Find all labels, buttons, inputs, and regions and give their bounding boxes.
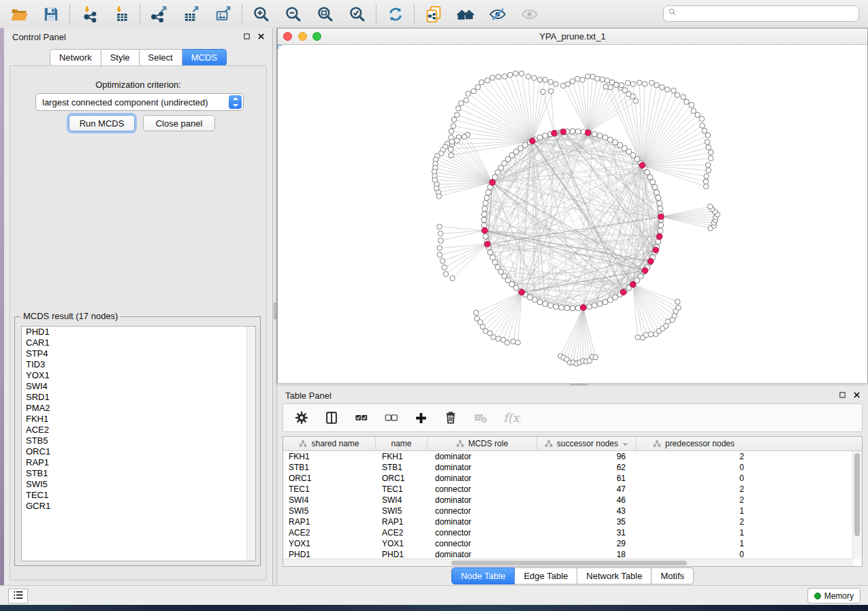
run-mcds-button[interactable]: Run MCDS xyxy=(69,115,135,131)
tab-motifs[interactable]: Motifs xyxy=(652,567,694,584)
splitter-grip[interactable] xyxy=(570,384,588,386)
result-node[interactable]: TID3 xyxy=(22,359,255,370)
column-label: shared name xyxy=(311,439,359,448)
gear-icon[interactable] xyxy=(294,410,309,425)
node-table: shared namenameMCDS rolesuccessor nodesp… xyxy=(283,436,863,567)
control-panel-title: Control Panel xyxy=(12,32,66,42)
network-canvas[interactable] xyxy=(278,45,867,383)
import-network-icon[interactable] xyxy=(80,5,98,23)
cell: 1 xyxy=(637,538,751,549)
column-header-name[interactable]: name xyxy=(376,437,428,450)
result-node[interactable]: PMA2 xyxy=(22,403,255,414)
search-box[interactable] xyxy=(663,5,859,22)
result-node[interactable]: STB5 xyxy=(22,435,255,446)
table-row[interactable]: ORC1ORC1dominator610 xyxy=(283,473,853,484)
scrollbar-thumb[interactable] xyxy=(854,453,860,536)
cell: 43 xyxy=(537,506,637,516)
tab-style[interactable]: Style xyxy=(101,49,140,66)
result-node[interactable]: STB1 xyxy=(22,468,255,479)
network-graph[interactable] xyxy=(278,45,867,383)
attribute-tree-icon xyxy=(299,440,307,448)
result-node[interactable]: GCR1 xyxy=(22,501,255,512)
zoom-selected-icon[interactable] xyxy=(348,5,366,23)
unchecked-boxes-icon[interactable] xyxy=(384,410,399,425)
tab-network[interactable]: Network xyxy=(50,49,101,66)
table-toolbar: f(x) xyxy=(283,403,863,432)
result-node[interactable]: CAR1 xyxy=(22,337,255,348)
result-node[interactable]: SRD1 xyxy=(22,392,255,403)
cell: ACE2 xyxy=(283,527,376,538)
table-row[interactable]: STB1STB1dominator620 xyxy=(283,462,853,473)
result-node[interactable]: YOX1 xyxy=(22,370,255,381)
tab-select[interactable]: Select xyxy=(140,49,182,66)
columns-icon[interactable] xyxy=(324,410,339,425)
export-network-icon[interactable] xyxy=(150,5,168,23)
close-icon[interactable] xyxy=(852,391,861,399)
scrollbar-thumb[interactable] xyxy=(451,561,687,565)
export-image-icon[interactable] xyxy=(214,5,232,23)
zoom-out-icon[interactable] xyxy=(284,5,302,23)
refresh-icon[interactable] xyxy=(386,5,404,23)
table-row[interactable]: FKH1FKH1dominator962 xyxy=(283,451,853,462)
criterion-dropdown[interactable]: largest connected component (undirected) xyxy=(35,93,244,111)
cell: 0 xyxy=(637,549,751,559)
float-window-icon[interactable] xyxy=(838,391,847,399)
result-node[interactable]: FKH1 xyxy=(22,414,255,425)
zoom-fit-icon[interactable] xyxy=(316,5,334,23)
tab-mcds[interactable]: MCDS xyxy=(182,49,227,66)
task-history-button[interactable] xyxy=(8,589,28,604)
folder-open-icon[interactable] xyxy=(10,5,28,23)
close-icon[interactable] xyxy=(257,32,266,41)
memory-button[interactable]: Memory xyxy=(807,588,861,604)
search-input[interactable] xyxy=(678,8,858,19)
cell: FKH1 xyxy=(283,451,376,462)
plus-icon[interactable] xyxy=(414,411,428,425)
column-label: MCDS role xyxy=(468,439,509,448)
tab-edge-table[interactable]: Edge Table xyxy=(515,567,577,584)
toolbar-icon-groups xyxy=(0,4,548,24)
table-row[interactable]: PHD1PHD1dominator180 xyxy=(283,549,853,559)
table-horizontal-scrollbar[interactable] xyxy=(283,559,853,566)
cell: dominator xyxy=(428,549,537,559)
result-node[interactable]: TEC1 xyxy=(22,490,255,501)
column-header-MCDS-role[interactable]: MCDS role xyxy=(428,437,537,450)
column-header-predecessor-nodes[interactable]: predecessor nodes xyxy=(637,437,751,450)
import-table-icon[interactable] xyxy=(112,5,130,23)
copy-network-icon[interactable] xyxy=(424,5,443,23)
control-panel: Control Panel NetworkStyleSelectMCDS Opt… xyxy=(4,28,272,585)
result-node[interactable]: PHD1 xyxy=(22,327,255,337)
column-label: successor nodes xyxy=(557,439,618,448)
houses-icon[interactable] xyxy=(456,5,475,23)
float-window-icon[interactable] xyxy=(242,32,251,41)
network-window-titlebar[interactable]: YPA_prune.txt_1 xyxy=(278,29,867,45)
result-list-scrollbar[interactable] xyxy=(246,327,255,561)
cell: 1 xyxy=(637,506,751,516)
cell: TEC1 xyxy=(376,484,428,495)
zoom-in-icon[interactable] xyxy=(252,5,270,23)
table-row[interactable]: SWI5SWI5connector431 xyxy=(283,506,853,516)
checked-boxes-icon[interactable] xyxy=(354,410,369,425)
result-node[interactable]: ORC1 xyxy=(22,446,255,457)
trash-icon[interactable] xyxy=(443,410,458,425)
table-vertical-scrollbar[interactable] xyxy=(852,451,862,559)
result-node[interactable]: STP4 xyxy=(22,348,255,359)
save-icon[interactable] xyxy=(42,5,60,23)
table-row[interactable]: TEC1TEC1connector472 xyxy=(283,484,853,495)
result-node[interactable]: SWI4 xyxy=(22,381,255,392)
column-header-successor-nodes[interactable]: successor nodes xyxy=(537,437,637,450)
mcds-result-list[interactable]: PHD1CAR1STP4TID3YOX1SWI4SRD1PMA2FKH1ACE2… xyxy=(21,326,256,561)
close-panel-button[interactable]: Close panel xyxy=(143,115,215,131)
table-row[interactable]: YOX1YOX1connector291 xyxy=(283,538,853,549)
table-row[interactable]: SWI4SWI4dominator462 xyxy=(283,495,853,506)
tab-network-table[interactable]: Network Table xyxy=(577,567,652,584)
tab-node-table[interactable]: Node Table xyxy=(451,567,515,584)
export-table-icon[interactable] xyxy=(182,5,200,23)
result-node[interactable]: RAP1 xyxy=(22,457,255,468)
result-node[interactable]: ACE2 xyxy=(22,425,255,435)
table-row[interactable]: RAP1RAP1dominator352 xyxy=(283,516,853,527)
table-row[interactable]: ACE2ACE2connector311 xyxy=(283,527,853,538)
vertical-splitter[interactable] xyxy=(272,28,277,585)
result-node[interactable]: SWI5 xyxy=(22,479,255,490)
column-header-shared-name[interactable]: shared name xyxy=(283,437,376,450)
eye-slash-icon[interactable] xyxy=(488,5,507,23)
